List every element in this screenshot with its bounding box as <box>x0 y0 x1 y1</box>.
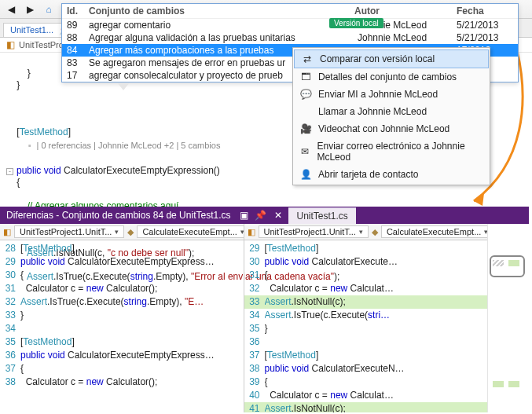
col-author: Autor <box>354 5 457 16</box>
ctx-mail[interactable]: ✉Enviar correo electrónico a Johnnie McL… <box>293 137 490 166</box>
nav-back-button[interactable]: ◀ <box>3 2 19 16</box>
diff-header: Diferencias - Conjunto de cambios 84 de … <box>0 207 529 224</box>
diff-line: 33Assert.IsNotNull(c); <box>244 295 488 309</box>
diff-left-pane: ◧ UnitTestProject1.UnitT...▾ ◆ Calculate… <box>0 224 244 412</box>
details-icon: 🗔 <box>299 71 312 82</box>
diff-line: 32 Calculator c = new Calculat… <box>244 282 488 295</box>
forward-icon: ▶ <box>27 4 34 15</box>
diff-line: 29public void CalculatorExecuteEmptyExpr… <box>0 255 244 269</box>
ctx-contact[interactable]: 👤Abrir tarjeta de contacto <box>293 166 490 183</box>
diff-line: 36public void CalculatorExecuteEmptyExpr… <box>0 349 244 362</box>
diff-area: ◧ UnitTestProject1.UnitT...▾ ◆ Calculate… <box>0 224 526 412</box>
diff-title: Diferencias - Conjunto de cambios 84 de … <box>0 210 237 221</box>
overview-viewport[interactable] <box>490 255 525 277</box>
ctx-call[interactable]: Llamar a Johnnie McLeod <box>293 103 490 120</box>
diff-line: 31 Calculator c = new Calculator(); <box>0 282 244 295</box>
diff-line: 30public void CalculatorExecute… <box>244 255 488 269</box>
outline-toggle[interactable]: - <box>6 168 13 175</box>
tab-label: UnitTest1... <box>10 25 53 35</box>
context-menu: ⇄Comparar con versión local🗔Detalles del… <box>292 47 490 185</box>
im-icon: 💬 <box>299 89 312 100</box>
col-desc: Conjunto de cambios <box>89 5 354 16</box>
right-pane-breadcrumb: ◧ UnitTestProject1.UnitT...▾ ◆ Calculate… <box>244 224 488 240</box>
ctx-compare[interactable]: ⇄Comparar con versión local <box>294 49 489 68</box>
col-date: Fecha <box>457 5 513 16</box>
diff-line: 32Assert.IsTrue(c.Execute(string.Empty),… <box>0 295 244 309</box>
right-method-crumb[interactable]: CalculateExecuteEmpt...▾ <box>381 225 487 238</box>
back-icon: ◀ <box>8 4 15 15</box>
diff-line: 37[TestMethod] <box>244 349 488 362</box>
left-diff-code[interactable]: 28[TestMethod]29public void CalculatorEx… <box>0 240 244 389</box>
diff-line: 31{ <box>244 269 488 282</box>
csharp-icon: ◧ <box>3 226 11 237</box>
ctx-video[interactable]: 🎥Videochat con Johnnie McLeod <box>293 120 490 137</box>
diff-line: 29[TestMethod] <box>244 242 488 255</box>
diff-line: 40 Calculator c = new Calculat… <box>244 389 488 402</box>
diff-line: 41Assert.IsNotNull(c); <box>244 402 488 412</box>
diff-line: 39{ <box>244 376 488 389</box>
left-method-crumb[interactable]: CalculateExecuteEmpt...▾ <box>137 225 244 238</box>
right-type-crumb[interactable]: UnitTestProject1.UnitT...▾ <box>259 225 369 238</box>
diff-right-pane: ◧ UnitTestProject1.UnitT...▾ ◆ Calculate… <box>244 224 488 412</box>
history-header: Id. Conjunto de cambios Autor Fecha <box>62 4 518 19</box>
history-row[interactable]: 88Agregar alguna validación a las prueba… <box>62 31 518 44</box>
method-icon: ◆ <box>127 226 134 237</box>
diff-line: 28[TestMethod] <box>0 242 244 255</box>
compare-icon: ⇄ <box>301 53 314 64</box>
nav-forward-button[interactable]: ▶ <box>22 2 38 16</box>
right-file-tab[interactable]: UnitTest1.cs <box>288 207 355 224</box>
method-icon: ◆ <box>372 226 378 237</box>
csharp-icon: ◧ <box>248 226 255 237</box>
diff-line: 38public void CalculatorExecuteN… <box>244 362 488 376</box>
diff-line: 30{ <box>0 269 244 282</box>
diff-line: 38 Calculator c = new Calculator(); <box>0 376 244 389</box>
contact-icon: 👤 <box>299 169 312 180</box>
right-diff-code[interactable]: 29[TestMethod]30public void CalculatorEx… <box>244 240 488 412</box>
ctx-details[interactable]: 🗔Detalles del conjunto de cambios <box>293 68 490 86</box>
home-icon: ⌂ <box>46 4 51 15</box>
diff-line: 37{ <box>0 362 244 376</box>
pin-icon[interactable]: 📌 <box>251 210 270 221</box>
diff-line: 34 <box>0 322 244 335</box>
left-type-crumb[interactable]: UnitTestProject1.UnitT...▾ <box>14 225 124 238</box>
attribute: TestMethod <box>20 126 68 137</box>
col-id: Id. <box>67 5 89 16</box>
left-pane-breadcrumb: ◧ UnitTestProject1.UnitT...▾ ◆ Calculate… <box>0 224 244 240</box>
close-icon[interactable]: ✕ <box>270 210 287 221</box>
diff-line: 34Assert.IsTrue(c.Execute(stri… <box>244 309 488 322</box>
diff-line: 36 <box>244 335 488 349</box>
home-button[interactable]: ⌂ <box>41 2 57 16</box>
popup-pointer-icon <box>117 82 130 90</box>
keep-open-icon[interactable]: ▣ <box>237 210 251 221</box>
local-version-badge: Versión local <box>329 18 383 28</box>
diff-overview-ruler[interactable] <box>487 224 526 412</box>
diff-line: 35} <box>244 322 488 335</box>
video-icon: 🎥 <box>299 123 312 134</box>
diff-line: 33} <box>0 309 244 322</box>
mail-icon: ✉ <box>299 146 310 157</box>
csharp-file-icon: ◧ <box>5 39 16 50</box>
history-row[interactable]: 89agregar comentarioJohnnie McLeod5/21/2… <box>62 19 518 31</box>
ctx-im[interactable]: 💬Enviar MI a Johnnie McLeod <box>293 86 490 103</box>
diff-line: 35[TestMethod] <box>0 335 244 349</box>
